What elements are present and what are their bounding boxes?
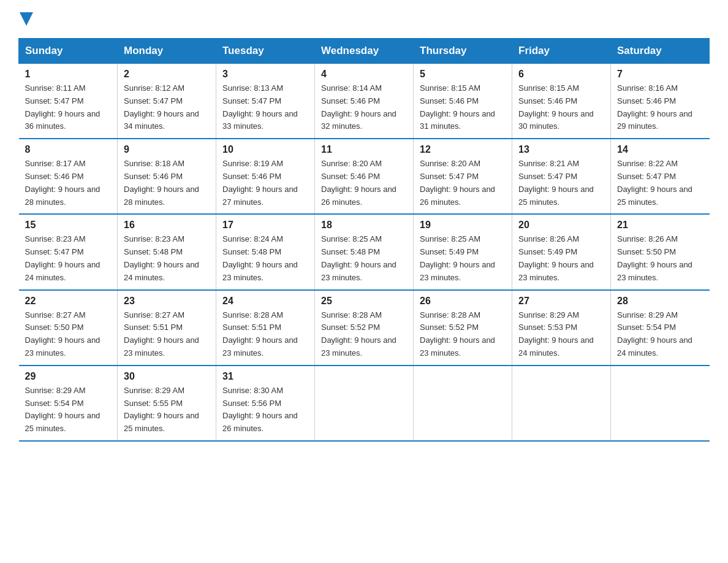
day-info: Sunrise: 8:18 AM Sunset: 5:46 PM Dayligh… <box>124 158 210 209</box>
column-header-tuesday: Tuesday <box>216 39 315 64</box>
day-info: Sunrise: 8:22 AM Sunset: 5:47 PM Dayligh… <box>617 158 703 209</box>
day-number: 8 <box>25 144 112 155</box>
day-info: Sunrise: 8:20 AM Sunset: 5:47 PM Dayligh… <box>420 158 506 209</box>
day-number: 27 <box>518 296 604 307</box>
calendar-cell: 3 Sunrise: 8:13 AM Sunset: 5:47 PM Dayli… <box>216 64 315 139</box>
day-info: Sunrise: 8:29 AM Sunset: 5:53 PM Dayligh… <box>518 309 604 360</box>
day-info: Sunrise: 8:26 AM Sunset: 5:49 PM Dayligh… <box>518 233 604 284</box>
day-info: Sunrise: 8:25 AM Sunset: 5:48 PM Dayligh… <box>321 233 407 284</box>
day-info: Sunrise: 8:15 AM Sunset: 5:46 PM Dayligh… <box>518 82 604 133</box>
calendar-cell <box>611 366 710 441</box>
calendar-cell: 8 Sunrise: 8:17 AM Sunset: 5:46 PM Dayli… <box>19 139 118 214</box>
day-info: Sunrise: 8:23 AM Sunset: 5:47 PM Dayligh… <box>25 233 112 284</box>
logo-triangle-icon <box>20 12 33 26</box>
calendar-week-row: 29 Sunrise: 8:29 AM Sunset: 5:54 PM Dayl… <box>19 366 710 441</box>
calendar-week-row: 8 Sunrise: 8:17 AM Sunset: 5:46 PM Dayli… <box>19 139 710 214</box>
calendar-cell: 12 Sunrise: 8:20 AM Sunset: 5:47 PM Dayl… <box>414 139 512 214</box>
day-number: 10 <box>222 144 308 155</box>
day-number: 2 <box>124 69 210 80</box>
calendar-cell: 7 Sunrise: 8:16 AM Sunset: 5:46 PM Dayli… <box>611 64 710 139</box>
day-info: Sunrise: 8:28 AM Sunset: 5:51 PM Dayligh… <box>222 309 308 360</box>
calendar-cell: 23 Sunrise: 8:27 AM Sunset: 5:51 PM Dayl… <box>118 290 216 366</box>
page-header <box>18 12 710 28</box>
day-number: 20 <box>518 220 604 231</box>
calendar-cell: 13 Sunrise: 8:21 AM Sunset: 5:47 PM Dayl… <box>512 139 611 214</box>
column-header-wednesday: Wednesday <box>315 39 414 64</box>
day-number: 9 <box>124 144 210 155</box>
day-number: 1 <box>25 69 112 80</box>
calendar-cell <box>315 366 414 441</box>
calendar-cell: 17 Sunrise: 8:24 AM Sunset: 5:48 PM Dayl… <box>216 214 315 289</box>
day-info: Sunrise: 8:30 AM Sunset: 5:56 PM Dayligh… <box>222 385 308 435</box>
day-info: Sunrise: 8:25 AM Sunset: 5:49 PM Dayligh… <box>420 233 506 284</box>
day-number: 21 <box>617 220 703 231</box>
calendar-cell: 27 Sunrise: 8:29 AM Sunset: 5:53 PM Dayl… <box>512 290 611 366</box>
calendar-cell: 1 Sunrise: 8:11 AM Sunset: 5:47 PM Dayli… <box>19 64 118 139</box>
calendar-cell: 31 Sunrise: 8:30 AM Sunset: 5:56 PM Dayl… <box>216 366 315 441</box>
day-number: 4 <box>321 69 407 80</box>
day-info: Sunrise: 8:17 AM Sunset: 5:46 PM Dayligh… <box>25 158 112 209</box>
calendar-header-row: SundayMondayTuesdayWednesdayThursdayFrid… <box>19 39 710 64</box>
day-info: Sunrise: 8:15 AM Sunset: 5:46 PM Dayligh… <box>420 82 506 133</box>
calendar-cell: 18 Sunrise: 8:25 AM Sunset: 5:48 PM Dayl… <box>315 214 414 289</box>
calendar-cell: 2 Sunrise: 8:12 AM Sunset: 5:47 PM Dayli… <box>118 64 216 139</box>
day-info: Sunrise: 8:29 AM Sunset: 5:54 PM Dayligh… <box>617 309 703 360</box>
day-number: 11 <box>321 144 407 155</box>
day-number: 12 <box>420 144 506 155</box>
day-number: 16 <box>124 220 210 231</box>
day-number: 24 <box>222 296 308 307</box>
day-info: Sunrise: 8:24 AM Sunset: 5:48 PM Dayligh… <box>222 233 308 284</box>
day-number: 29 <box>25 371 112 382</box>
day-number: 17 <box>222 220 308 231</box>
day-number: 26 <box>420 296 506 307</box>
calendar-cell: 20 Sunrise: 8:26 AM Sunset: 5:49 PM Dayl… <box>512 214 611 289</box>
day-info: Sunrise: 8:19 AM Sunset: 5:46 PM Dayligh… <box>222 158 308 209</box>
calendar-cell: 29 Sunrise: 8:29 AM Sunset: 5:54 PM Dayl… <box>19 366 118 441</box>
column-header-sunday: Sunday <box>19 39 118 64</box>
calendar-cell <box>512 366 611 441</box>
logo <box>18 12 33 28</box>
day-number: 6 <box>518 69 604 80</box>
calendar-cell: 10 Sunrise: 8:19 AM Sunset: 5:46 PM Dayl… <box>216 139 315 214</box>
calendar-cell: 9 Sunrise: 8:18 AM Sunset: 5:46 PM Dayli… <box>118 139 216 214</box>
day-info: Sunrise: 8:23 AM Sunset: 5:48 PM Dayligh… <box>124 233 210 284</box>
calendar-cell: 30 Sunrise: 8:29 AM Sunset: 5:55 PM Dayl… <box>118 366 216 441</box>
calendar-cell: 15 Sunrise: 8:23 AM Sunset: 5:47 PM Dayl… <box>19 214 118 289</box>
day-number: 25 <box>321 296 407 307</box>
calendar-week-row: 15 Sunrise: 8:23 AM Sunset: 5:47 PM Dayl… <box>19 214 710 289</box>
day-number: 15 <box>25 220 112 231</box>
calendar-week-row: 1 Sunrise: 8:11 AM Sunset: 5:47 PM Dayli… <box>19 64 710 139</box>
calendar-cell: 21 Sunrise: 8:26 AM Sunset: 5:50 PM Dayl… <box>611 214 710 289</box>
day-info: Sunrise: 8:28 AM Sunset: 5:52 PM Dayligh… <box>420 309 506 360</box>
day-info: Sunrise: 8:26 AM Sunset: 5:50 PM Dayligh… <box>617 233 703 284</box>
day-number: 18 <box>321 220 407 231</box>
day-number: 3 <box>222 69 308 80</box>
day-number: 31 <box>222 371 308 382</box>
calendar-cell: 4 Sunrise: 8:14 AM Sunset: 5:46 PM Dayli… <box>315 64 414 139</box>
calendar-cell: 5 Sunrise: 8:15 AM Sunset: 5:46 PM Dayli… <box>414 64 512 139</box>
day-number: 30 <box>124 371 210 382</box>
calendar-table: SundayMondayTuesdayWednesdayThursdayFrid… <box>18 38 710 442</box>
day-info: Sunrise: 8:27 AM Sunset: 5:51 PM Dayligh… <box>124 309 210 360</box>
day-number: 28 <box>617 296 703 307</box>
svg-marker-0 <box>20 12 33 26</box>
calendar-cell: 25 Sunrise: 8:28 AM Sunset: 5:52 PM Dayl… <box>315 290 414 366</box>
day-number: 22 <box>25 296 112 307</box>
calendar-week-row: 22 Sunrise: 8:27 AM Sunset: 5:50 PM Dayl… <box>19 290 710 366</box>
day-number: 5 <box>420 69 506 80</box>
day-number: 19 <box>420 220 506 231</box>
day-number: 14 <box>617 144 703 155</box>
day-info: Sunrise: 8:28 AM Sunset: 5:52 PM Dayligh… <box>321 309 407 360</box>
day-info: Sunrise: 8:27 AM Sunset: 5:50 PM Dayligh… <box>25 309 112 360</box>
day-number: 23 <box>124 296 210 307</box>
calendar-cell <box>414 366 512 441</box>
day-info: Sunrise: 8:20 AM Sunset: 5:46 PM Dayligh… <box>321 158 407 209</box>
column-header-thursday: Thursday <box>414 39 512 64</box>
day-info: Sunrise: 8:13 AM Sunset: 5:47 PM Dayligh… <box>222 82 308 133</box>
column-header-saturday: Saturday <box>611 39 710 64</box>
column-header-monday: Monday <box>118 39 216 64</box>
day-info: Sunrise: 8:16 AM Sunset: 5:46 PM Dayligh… <box>617 82 703 133</box>
calendar-cell: 24 Sunrise: 8:28 AM Sunset: 5:51 PM Dayl… <box>216 290 315 366</box>
day-info: Sunrise: 8:21 AM Sunset: 5:47 PM Dayligh… <box>518 158 604 209</box>
calendar-cell: 11 Sunrise: 8:20 AM Sunset: 5:46 PM Dayl… <box>315 139 414 214</box>
